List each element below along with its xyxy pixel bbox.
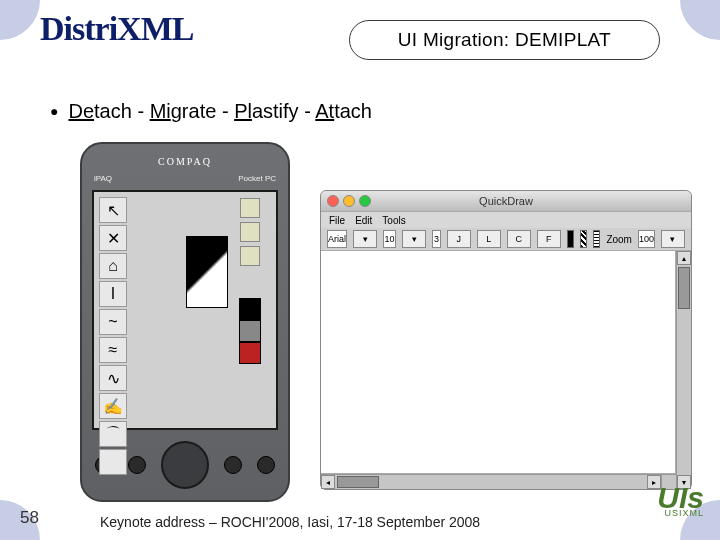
page-number: 58 — [20, 508, 39, 528]
pattern-lines-icon[interactable] — [593, 230, 600, 248]
distrixml-logo: DistriXML — [40, 10, 193, 48]
tool-text-icon[interactable]: I — [99, 281, 127, 307]
bullet-text: grate — [171, 100, 217, 122]
swatch-red[interactable] — [239, 342, 261, 364]
tool-zoom-icon[interactable]: ⌂ — [99, 253, 127, 279]
horizontal-scrollbar[interactable]: ◂ ▸ — [321, 474, 676, 489]
tool-empty-icon[interactable] — [99, 449, 127, 475]
pda-hw-button[interactable] — [257, 456, 275, 474]
pda-brand: COMPAQ — [88, 150, 282, 174]
scroll-thumb[interactable] — [678, 267, 690, 309]
pattern-solid-icon[interactable] — [567, 230, 574, 248]
logo-text: DistriXML — [40, 10, 193, 47]
tool-paint-icon[interactable]: ✍ — [99, 393, 127, 419]
menu-tools[interactable]: Tools — [382, 215, 405, 226]
align-f-button[interactable]: F — [537, 230, 561, 248]
mini-swatch-icon[interactable] — [240, 198, 260, 218]
dropdown-icon[interactable]: ▾ — [353, 230, 377, 248]
scroll-track[interactable] — [335, 475, 647, 489]
pda-device: COMPAQ iPAQ Pocket PC ↖ ✕ ⌂ I ~ ≈ ∿ ✍ ⌒ — [80, 142, 290, 502]
scroll-thumb[interactable] — [337, 476, 379, 488]
bullet-sep: - — [299, 100, 316, 122]
bullet-mi: Mi — [150, 100, 171, 122]
menu-edit[interactable]: Edit — [355, 215, 372, 226]
align-j-button[interactable]: J — [447, 230, 471, 248]
slide: DistriXML UI Migration: DEMIPLAT ● Detac… — [0, 0, 720, 540]
tool-wave2-icon[interactable]: ≈ — [99, 337, 127, 363]
mini-swatch-icon[interactable] — [240, 246, 260, 266]
corner-decoration — [680, 0, 720, 40]
pda-right-column — [228, 196, 272, 424]
scroll-left-icon[interactable]: ◂ — [321, 475, 335, 489]
usixml-logo: UIs USIXML — [634, 488, 704, 518]
tool-curve-icon[interactable]: ⌒ — [99, 421, 127, 447]
toolbar: Arial ▾ 10 ▾ 3 J L C F Zoom 100 ▾ — [321, 228, 691, 251]
window-title: QuickDraw — [321, 195, 691, 207]
bullet-at: At — [315, 100, 334, 122]
scroll-up-icon[interactable]: ▴ — [677, 251, 691, 265]
align-l-button[interactable]: L — [477, 230, 501, 248]
dropdown-icon[interactable]: ▾ — [402, 230, 426, 248]
bullet-text: tach — [334, 100, 372, 122]
dropdown-icon[interactable]: ▾ — [661, 230, 685, 248]
font-select[interactable]: Arial — [327, 230, 347, 248]
slide-title: UI Migration: DEMIPLAT — [349, 20, 660, 60]
usixml-big: UIs — [634, 488, 704, 508]
usixml-small: USIXML — [634, 508, 704, 518]
size-select[interactable]: 10 — [383, 230, 396, 248]
pda-spacer — [156, 196, 228, 424]
pda-subbar: iPAQ Pocket PC — [88, 174, 282, 188]
pda-dpad[interactable] — [161, 441, 209, 489]
corner-decoration — [0, 0, 40, 40]
bullet-pl: Pl — [234, 100, 252, 122]
bullet-text: astify — [252, 100, 299, 122]
tool-wave1-icon[interactable]: ~ — [99, 309, 127, 335]
bullet-line: ● Detach - Migrate - Plastify - Attach — [50, 100, 372, 123]
mini-swatch-icon[interactable] — [240, 222, 260, 242]
bullet-sep: - — [132, 100, 150, 122]
bullet-text: tach — [94, 100, 132, 122]
pda-toolbox: ↖ ✕ ⌂ I ~ ≈ ∿ ✍ ⌒ — [98, 196, 156, 424]
footer-text: Keynote address – ROCHI'2008, Iasi, 17-1… — [100, 514, 480, 530]
window-titlebar[interactable]: QuickDraw — [321, 191, 691, 212]
pda-sub-left: iPAQ — [94, 174, 112, 188]
drawing-canvas[interactable] — [321, 251, 676, 474]
quickdraw-window: QuickDraw File Edit Tools Arial ▾ 10 ▾ 3… — [320, 190, 692, 490]
menubar: File Edit Tools — [321, 212, 691, 228]
vertical-scrollbar[interactable]: ▴ ▾ — [676, 251, 691, 489]
pattern-hatch-icon[interactable] — [580, 230, 587, 248]
pda-screen: ↖ ✕ ⌂ I ~ ≈ ∿ ✍ ⌒ — [92, 190, 278, 430]
align-c-button[interactable]: C — [507, 230, 531, 248]
bullet-sep: - — [216, 100, 234, 122]
pda-hw-button[interactable] — [128, 456, 146, 474]
gradient-swatch — [186, 236, 228, 308]
zoom-label: Zoom — [606, 234, 632, 245]
tool-person-icon[interactable]: ✕ — [99, 225, 127, 251]
tool-arrow-icon[interactable]: ↖ — [99, 197, 127, 223]
extra-select[interactable]: 3 — [432, 230, 441, 248]
swatch-gray[interactable] — [239, 320, 261, 342]
pda-sub-right: Pocket PC — [238, 174, 276, 188]
pda-hw-button[interactable] — [224, 456, 242, 474]
menu-file[interactable]: File — [329, 215, 345, 226]
canvas-area: ◂ ▸ ▴ ▾ — [321, 251, 691, 489]
swatch-black[interactable] — [239, 298, 261, 320]
bullet-dot: ● — [50, 103, 58, 119]
bullet-de: De — [68, 100, 94, 122]
zoom-select[interactable]: 100 — [638, 230, 655, 248]
color-swatches — [239, 298, 261, 364]
tool-wave3-icon[interactable]: ∿ — [99, 365, 127, 391]
